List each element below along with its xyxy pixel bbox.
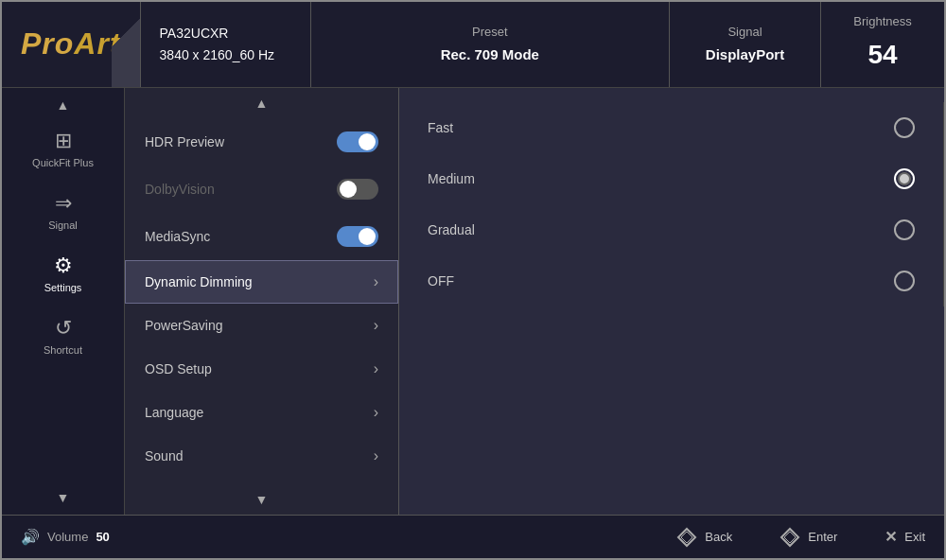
options-panel: Fast Medium Gradual OFF bbox=[399, 88, 944, 515]
model-name: PA32UCXR bbox=[160, 23, 291, 44]
dolby-vision-toggle bbox=[337, 179, 378, 200]
osd-setup-label: OSD Setup bbox=[145, 361, 212, 376]
sidebar-item-signal[interactable]: ⇒ Signal bbox=[2, 182, 124, 242]
chevron-right-icon: › bbox=[374, 273, 378, 290]
menu-panel: ▲ HDR Preview DolbyVision MediaSync bbox=[125, 88, 399, 515]
sidebar-scroll-up[interactable]: ▲ bbox=[52, 93, 75, 117]
enter-icon bbox=[780, 527, 800, 548]
signal-label-sidebar: Signal bbox=[48, 219, 78, 231]
volume-icon: 🔊 bbox=[21, 528, 40, 546]
powersaving-label: PowerSaving bbox=[145, 318, 223, 333]
option-gradual[interactable]: Gradual bbox=[399, 204, 944, 255]
shortcut-icon: ↺ bbox=[55, 318, 72, 339]
sidebar-item-settings[interactable]: ⚙ Settings bbox=[2, 244, 124, 305]
radio-medium-inner bbox=[898, 172, 911, 185]
option-medium-label: Medium bbox=[428, 171, 475, 186]
menu-item-language[interactable]: Language › bbox=[125, 391, 398, 434]
mediasync-toggle-area bbox=[337, 226, 378, 247]
radio-fast-inner bbox=[899, 122, 910, 133]
option-off[interactable]: OFF bbox=[399, 255, 944, 306]
menu-scroll-down[interactable]: ▼ bbox=[125, 484, 398, 515]
settings-label: Settings bbox=[44, 282, 82, 293]
dynamic-dimming-right: › bbox=[374, 273, 378, 290]
option-medium[interactable]: Medium bbox=[399, 153, 944, 204]
menu-item-osd-setup[interactable]: OSD Setup › bbox=[125, 347, 398, 391]
volume-value: 50 bbox=[96, 530, 109, 544]
exit-label: Exit bbox=[904, 530, 925, 544]
footer: 🔊 Volume 50 Back Enter ✕ Exit bbox=[2, 515, 944, 558]
radio-medium[interactable] bbox=[894, 168, 915, 189]
enter-button[interactable]: Enter bbox=[780, 527, 837, 548]
menu-item-dynamic-dimming[interactable]: Dynamic Dimming › bbox=[125, 260, 398, 304]
dolby-vision-label: DolbyVision bbox=[145, 182, 215, 197]
toggle-knob-mediasync bbox=[359, 228, 376, 245]
enter-label: Enter bbox=[808, 530, 837, 544]
radio-gradual-inner bbox=[899, 224, 910, 236]
sidebar-scroll-down[interactable]: ▼ bbox=[52, 485, 75, 510]
sidebar-item-shortcut[interactable]: ↺ Shortcut bbox=[2, 306, 124, 367]
chevron-right-powersaving: › bbox=[374, 317, 378, 334]
toggle-knob-dolby bbox=[340, 181, 357, 198]
radio-fast[interactable] bbox=[894, 117, 915, 138]
brightness-info: Brightness 54 bbox=[821, 2, 944, 87]
hdr-preview-label: HDR Preview bbox=[145, 134, 224, 149]
option-off-label: OFF bbox=[428, 273, 454, 289]
option-fast[interactable]: Fast bbox=[399, 102, 944, 153]
option-gradual-label: Gradual bbox=[428, 222, 475, 237]
menu-item-powersaving[interactable]: PowerSaving › bbox=[125, 304, 398, 347]
sound-label: Sound bbox=[145, 448, 183, 464]
preset-label: Preset bbox=[472, 22, 508, 43]
sidebar-item-quickfit[interactable]: ⊞ QuickFit Plus bbox=[2, 119, 124, 180]
options-list: Fast Medium Gradual OFF bbox=[399, 88, 944, 515]
dolby-vision-toggle-area bbox=[337, 179, 378, 200]
sidebar: ▲ ⊞ QuickFit Plus ⇒ Signal ⚙ Settings ↺ … bbox=[2, 88, 125, 515]
chevron-right-sound: › bbox=[374, 447, 378, 464]
radio-gradual[interactable] bbox=[894, 219, 915, 240]
signal-value: DisplayPort bbox=[706, 43, 784, 67]
brightness-value: 54 bbox=[867, 32, 897, 78]
chevron-right-osd: › bbox=[374, 360, 378, 377]
volume-display: 🔊 Volume 50 bbox=[21, 528, 110, 546]
signal-label: Signal bbox=[727, 22, 762, 43]
mediasync-label: MediaSync bbox=[145, 229, 210, 244]
radio-off[interactable] bbox=[894, 271, 915, 291]
toggle-knob bbox=[359, 133, 376, 150]
brightness-label: Brightness bbox=[853, 11, 911, 32]
volume-label: Volume bbox=[47, 530, 88, 544]
menu-item-sound[interactable]: Sound › bbox=[125, 434, 398, 478]
diagonal-accent bbox=[112, 2, 140, 87]
preset-value: Rec. 709 Mode bbox=[441, 43, 539, 67]
back-label: Back bbox=[705, 530, 732, 544]
language-label: Language bbox=[145, 405, 203, 420]
model-resolution: 3840 x 2160_60 Hz bbox=[160, 44, 291, 65]
signal-icon: ⇒ bbox=[55, 193, 72, 214]
settings-icon: ⚙ bbox=[54, 255, 73, 276]
logo-area: ProArt bbox=[2, 2, 141, 87]
exit-button[interactable]: ✕ Exit bbox=[885, 528, 925, 546]
logo-pro: Pro bbox=[21, 26, 74, 61]
main-area: ▲ ⊞ QuickFit Plus ⇒ Signal ⚙ Settings ↺ … bbox=[2, 88, 944, 515]
hdr-preview-toggle-area bbox=[337, 131, 378, 152]
exit-icon: ✕ bbox=[885, 528, 897, 546]
menu-item-hdr-preview[interactable]: HDR Preview bbox=[125, 118, 398, 166]
preset-info: Preset Rec. 709 Mode bbox=[311, 2, 670, 87]
logo-text: ProArt bbox=[21, 26, 121, 61]
signal-info: Signal DisplayPort bbox=[670, 2, 821, 87]
mediasync-toggle[interactable] bbox=[337, 226, 378, 247]
dynamic-dimming-label: Dynamic Dimming bbox=[145, 274, 253, 289]
model-info: PA32UCXR 3840 x 2160_60 Hz bbox=[141, 2, 311, 87]
back-icon bbox=[676, 527, 697, 548]
shortcut-label: Shortcut bbox=[44, 344, 82, 356]
radio-off-inner bbox=[899, 275, 910, 287]
chevron-right-language: › bbox=[374, 404, 378, 421]
quickfit-label: QuickFit Plus bbox=[32, 157, 94, 168]
menu-item-dolby-vision: DolbyVision bbox=[125, 166, 398, 213]
header: ProArt PA32UCXR 3840 x 2160_60 Hz Preset… bbox=[2, 2, 944, 88]
option-fast-label: Fast bbox=[428, 120, 453, 135]
menu-item-mediasync[interactable]: MediaSync bbox=[125, 213, 398, 260]
menu-scroll-up[interactable]: ▲ bbox=[125, 88, 398, 118]
hdr-preview-toggle[interactable] bbox=[337, 131, 378, 152]
back-button[interactable]: Back bbox=[676, 527, 732, 548]
quickfit-icon: ⊞ bbox=[55, 131, 72, 151]
